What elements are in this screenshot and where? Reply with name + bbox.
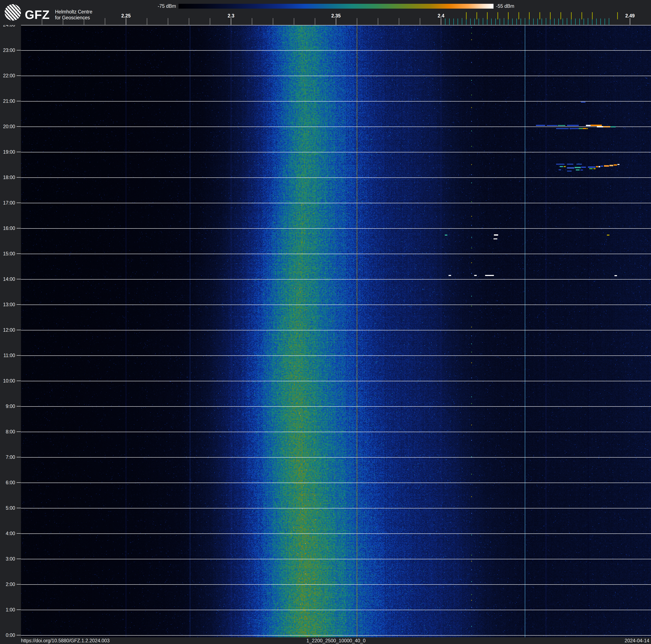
- date-label: 2024-04-14: [624, 638, 649, 644]
- logo-tagline-line1: Helmholtz Centre: [55, 9, 92, 15]
- hour-label: 23:00: [0, 48, 15, 53]
- ble-channel-tick: [445, 19, 445, 25]
- ble-channel-tick: [491, 19, 492, 25]
- ble-channel-tick: [449, 19, 450, 25]
- freq-tick: [315, 18, 315, 25]
- logo-tagline-line2: for Geosciences: [55, 15, 92, 21]
- hour-tick: [17, 152, 21, 152]
- ble-channel-tick: [462, 19, 462, 25]
- ble-channel-tick: [563, 19, 563, 25]
- hour-tick: [17, 101, 21, 101]
- ble-channel-tick: [504, 19, 504, 25]
- hour-label: 1:00: [0, 607, 15, 612]
- hour-label: 20:00: [0, 124, 15, 129]
- colorbar-max-label: -55 dBm: [496, 4, 514, 9]
- freq-tick: [420, 18, 420, 25]
- ble-channel-tick: [458, 19, 458, 25]
- freq-tick: [357, 18, 357, 25]
- ble-channel-tick: [454, 19, 454, 25]
- freq-tick: [630, 18, 630, 25]
- hour-label: 16:00: [0, 226, 15, 231]
- ble-channel-tick: [571, 19, 571, 25]
- wifi-channel-tick: [529, 12, 530, 19]
- wifi-channel-tick: [519, 12, 519, 19]
- ble-channel-tick: [537, 19, 538, 25]
- hour-tick: [17, 584, 21, 585]
- wifi-channel-tick: [550, 12, 551, 19]
- freq-tick: [189, 18, 189, 25]
- footer: https://doi.org/10.5880/GFZ.1.2.2024.003…: [0, 637, 651, 644]
- wifi-channel-tick: [497, 12, 498, 19]
- hour-label: 21:00: [0, 98, 15, 104]
- ble-channel-tick: [604, 19, 605, 25]
- hour-tick: [17, 279, 21, 279]
- ble-channel-tick: [487, 19, 488, 25]
- ble-channel-tick: [483, 19, 483, 25]
- hour-label: 2:00: [0, 582, 15, 587]
- hour-label: 10:00: [0, 378, 15, 384]
- freq-tick: [210, 18, 210, 25]
- hour-tick: [17, 76, 21, 76]
- hour-tick: [17, 228, 21, 229]
- wifi-channel-tick: [466, 12, 467, 19]
- spectrogram-plot-area: [21, 25, 651, 637]
- freq-tick: [63, 18, 63, 25]
- hour-label: 8:00: [0, 429, 15, 435]
- freq-tick: [147, 18, 147, 25]
- hour-tick: [17, 610, 21, 610]
- freq-tick: [399, 18, 399, 25]
- hour-label: 4:00: [0, 531, 15, 536]
- wifi-channel-tick: [487, 12, 488, 19]
- ble-channel-tick: [466, 19, 466, 25]
- ble-channel-tick: [529, 19, 529, 25]
- hour-label: 5:00: [0, 505, 15, 511]
- wifi-channel-tick: [582, 12, 582, 19]
- wifi-channel-tick: [560, 12, 561, 19]
- logo-acronym: GFZ: [25, 7, 50, 22]
- hour-tick: [17, 432, 21, 432]
- freq-tick: [441, 18, 441, 25]
- hour-tick: [17, 559, 21, 559]
- ble-channel-tick: [567, 19, 567, 25]
- wifi-channel-tick: [592, 12, 593, 19]
- ble-channel-tick: [600, 19, 601, 25]
- freq-tick: [294, 18, 294, 25]
- hour-label: 9:00: [0, 404, 15, 409]
- ble-channel-tick: [521, 19, 521, 25]
- page-root: GFZ Helmholtz Centre for Geosciences -75…: [0, 0, 651, 644]
- hour-tick: [17, 533, 21, 534]
- hour-label: 3:00: [0, 556, 15, 562]
- hour-tick: [17, 50, 21, 51]
- hour-tick: [17, 330, 21, 330]
- hour-label: 12:00: [0, 327, 15, 333]
- colorbar-min-label: -75 dBm: [155, 4, 176, 9]
- ble-channel-tick: [478, 19, 479, 25]
- freq-tick: [252, 18, 252, 25]
- freq-tick: [105, 18, 105, 25]
- freq-tick: [84, 18, 84, 25]
- freq-tick: [378, 18, 378, 25]
- freq-tick-label: 2.25: [121, 13, 131, 19]
- hour-tick: [17, 355, 21, 356]
- ble-channel-tick: [558, 19, 559, 25]
- hour-tick: [17, 381, 21, 381]
- hour-label: 17:00: [0, 200, 15, 206]
- logo-tagline: Helmholtz Centre for Geosciences: [55, 9, 92, 21]
- freq-tick: [231, 18, 231, 25]
- freq-tick-label: 2.35: [331, 13, 341, 19]
- gridline-overlay-canvas: [21, 25, 651, 637]
- hour-tick: [17, 203, 21, 203]
- ble-channel-tick: [546, 19, 546, 25]
- hour-tick: [17, 126, 21, 127]
- ble-channel-tick: [512, 19, 513, 25]
- ble-channel-tick: [596, 19, 597, 25]
- ble-channel-tick: [517, 19, 517, 25]
- ble-channel-tick: [575, 19, 576, 25]
- wifi-channel-tick: [508, 12, 508, 19]
- ble-channel-tick: [579, 19, 580, 25]
- freq-tick-label: 2.4: [438, 13, 444, 19]
- ble-channel-tick: [592, 19, 592, 25]
- freq-tick: [42, 18, 42, 25]
- hour-tick: [17, 482, 21, 483]
- ble-channel-tick: [550, 19, 550, 25]
